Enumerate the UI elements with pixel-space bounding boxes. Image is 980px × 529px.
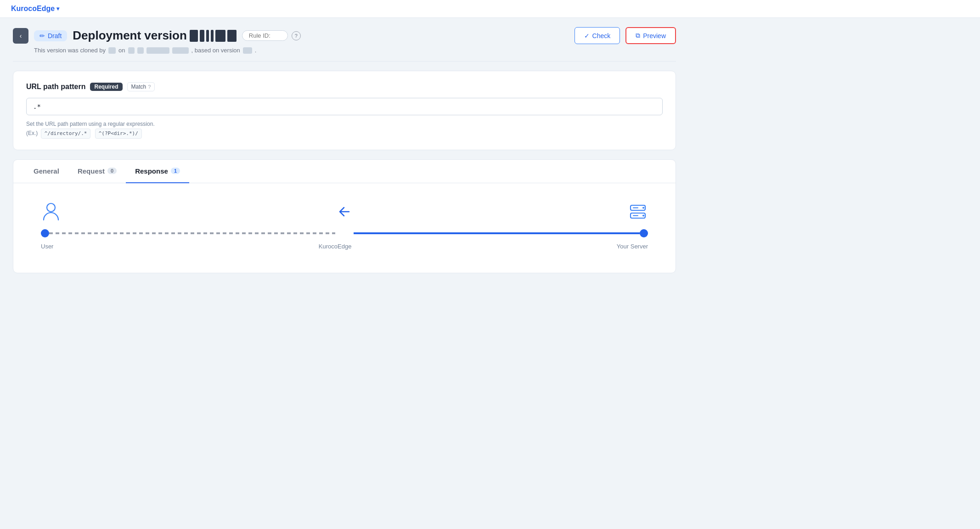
rule-id-area: ?	[242, 30, 301, 41]
page-title: Deployment version	[73, 28, 237, 43]
connector-line	[41, 229, 648, 237]
diagram-node-kurocoedge	[334, 202, 355, 222]
draft-edit-icon: ✏	[39, 32, 45, 39]
tab-general[interactable]: General	[24, 160, 68, 183]
draft-badge[interactable]: ✏ Draft	[34, 30, 67, 41]
url-pattern-input[interactable]	[26, 98, 663, 115]
brand-name: KurocoEdge	[11, 5, 55, 13]
url-pattern-card: URL path pattern Required Match ? Set th…	[13, 71, 676, 150]
preview-external-icon: ⧉	[636, 32, 640, 39]
title-text: Deployment version	[73, 28, 187, 43]
clone-based: , based on version	[191, 47, 240, 54]
match-badge[interactable]: Match ?	[127, 82, 155, 91]
dot-right	[640, 229, 648, 237]
clone-suffix: .	[255, 47, 257, 54]
tab-request[interactable]: Request 0	[68, 160, 126, 183]
help-icon[interactable]: ?	[292, 31, 301, 40]
line-left	[49, 232, 335, 234]
clone-version-block	[243, 47, 252, 54]
top-bar: KurocoEdge ▾	[0, 0, 980, 18]
svg-point-4	[642, 214, 644, 216]
back-button[interactable]: ‹	[13, 28, 28, 44]
clone-info: This version was cloned by on , based on…	[34, 47, 676, 54]
tab-request-label: Request	[78, 167, 105, 175]
clone-user-block	[108, 47, 116, 54]
user-icon	[41, 202, 61, 222]
url-hint-line1: Set the URL path pattern using a regular…	[26, 120, 663, 129]
diagram-node-user	[41, 202, 61, 222]
tabs-card: General Request 0 Response 1	[13, 159, 676, 273]
diagram-node-server	[628, 202, 648, 222]
line-right	[354, 232, 640, 234]
clone-date-block3	[146, 47, 169, 54]
server-label: Your Server	[617, 243, 648, 250]
dot-left	[41, 229, 49, 237]
tab-request-badge: 0	[107, 168, 117, 174]
url-example-1: ^/directory/.*	[41, 129, 91, 139]
server-icon	[628, 202, 648, 222]
match-help-icon: ?	[148, 84, 151, 90]
brand-link[interactable]: KurocoEdge ▾	[11, 5, 59, 13]
diagram-labels: User KurocoEdge Your Server	[41, 243, 648, 250]
diagram-area: User KurocoEdge Your Server	[13, 183, 676, 273]
chevron-down-icon: ▾	[56, 6, 59, 12]
clone-date-block4	[172, 47, 189, 54]
tab-response-badge: 1	[171, 168, 180, 174]
clone-prefix: This version was cloned by	[34, 47, 106, 54]
tab-response-label: Response	[135, 167, 168, 175]
match-label: Match	[131, 84, 146, 90]
svg-point-0	[47, 203, 55, 212]
title-version-blocks	[190, 30, 237, 42]
tabs-row: General Request 0 Response 1	[13, 160, 676, 183]
url-pattern-label: URL path pattern	[26, 83, 85, 91]
check-button[interactable]: ✓ Check	[574, 27, 620, 44]
url-pattern-header: URL path pattern Required Match ?	[26, 82, 663, 91]
url-hint: Set the URL path pattern using a regular…	[26, 120, 663, 139]
rule-id-input[interactable]	[242, 30, 288, 41]
tab-response[interactable]: Response 1	[126, 160, 189, 183]
preview-button[interactable]: ⧉ Preview	[625, 27, 676, 44]
preview-label: Preview	[643, 32, 666, 39]
url-example-2: ^(?P<dir>.*)/	[95, 129, 142, 139]
back-icon: ‹	[20, 32, 22, 39]
clone-date-block1	[128, 47, 135, 54]
clone-on: on	[118, 47, 125, 54]
svg-point-3	[642, 207, 644, 208]
diagram-nodes	[41, 202, 648, 222]
user-label: User	[41, 243, 53, 250]
header-actions: ✓ Check ⧉ Preview	[574, 27, 676, 44]
kurocoedge-label: KurocoEdge	[319, 243, 352, 250]
section-divider	[13, 61, 676, 62]
check-icon: ✓	[584, 32, 590, 39]
tab-general-label: General	[34, 167, 59, 175]
arrow-left-icon	[334, 202, 355, 222]
required-badge: Required	[90, 83, 122, 91]
clone-date-block2	[137, 47, 144, 54]
url-hint-line2: (Ex.) ^/directory/.* ^(?P<dir>.*)/	[26, 129, 663, 139]
check-label: Check	[592, 32, 611, 39]
draft-label: Draft	[48, 32, 62, 39]
